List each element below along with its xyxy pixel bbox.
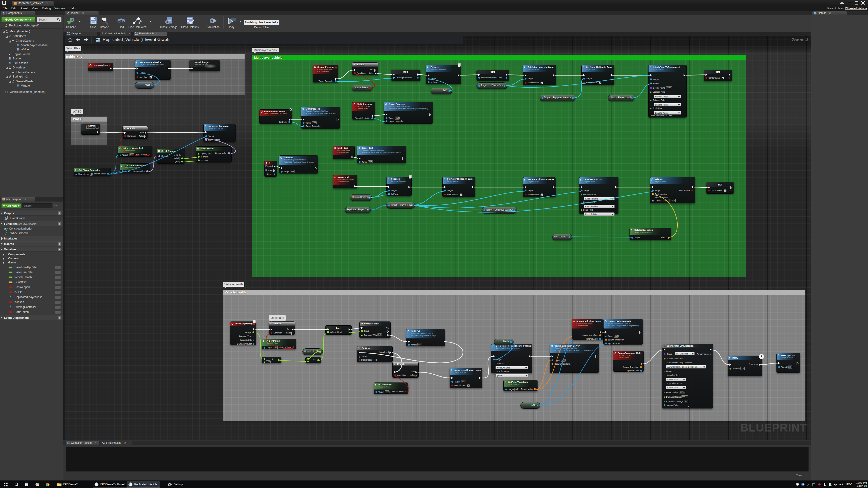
svg-text:i: i — [815, 12, 815, 14]
svg-text:EPIC: EPIC — [813, 484, 815, 485]
